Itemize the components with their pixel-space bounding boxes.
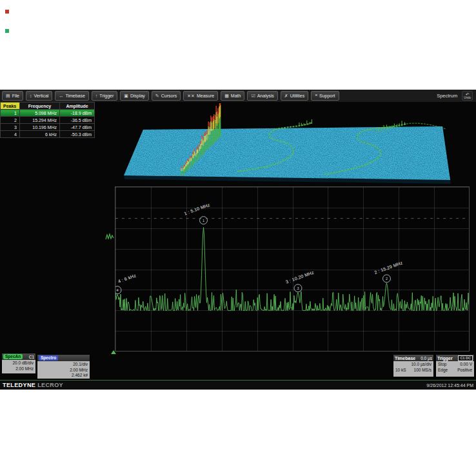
undo-button[interactable]: ↶ Undo [462, 91, 473, 101]
vertical-icon: ↕ [30, 92, 32, 100]
trigger-header: Trigger C1 DC [436, 355, 474, 361]
utilities-icon: ✗ [284, 92, 288, 100]
menu-button-math[interactable]: ▦Math [221, 91, 244, 101]
spectro-descriptor[interactable]: Spectro 20.1/div 2.00 MHz 2.462 k# [37, 354, 90, 379]
specan-channel: C1 [29, 355, 34, 359]
spectrum-trace: 11 : 5.10 MHz22 : 15.29 MHz33 : 10.20 MH… [115, 187, 469, 351]
peak-marker-number: 3 [297, 286, 299, 290]
specan-span: 2.00 MHz [4, 366, 34, 372]
menu-button-label: Measure [197, 92, 214, 100]
menu-items: ▤File↕Vertical↔Timebase↑Trigger▣Display✎… [0, 91, 339, 101]
trigger-icon: ↑ [95, 92, 98, 100]
red-mark [5, 10, 9, 14]
spectro-noise-texture [113, 103, 474, 186]
menu-button-display[interactable]: ▣Display [120, 91, 149, 101]
timebase-title: Timebase [395, 356, 415, 361]
trigger-title: Trigger [437, 356, 453, 361]
specan-scale: 20.0 dB/div [4, 361, 34, 366]
peak-marker-number: 2 [386, 277, 388, 281]
menu-bar: ▤File↕Vertical↔Timebase↑Trigger▣Display✎… [0, 90, 476, 102]
menu-button-measure[interactable]: ✕✕Measure [183, 91, 218, 101]
peaks-cell-frequency: 6 kHz [20, 131, 60, 138]
peaks-cell-num: 2 [1, 117, 20, 124]
menu-button-label: Math [231, 92, 241, 100]
timestamp: 9/26/2012 12:45:44 PM [426, 383, 476, 388]
menu-button-label: Cursors [161, 92, 177, 100]
peak-marker-2[interactable]: 2 [382, 275, 390, 283]
spectro-count: 2.462 k# [39, 373, 88, 379]
cursors-icon: ✎ [155, 92, 159, 100]
math-icon: ▦ [224, 92, 229, 100]
spectro-title: Spectro [39, 355, 58, 361]
peaks-cell-num: 4 [1, 131, 20, 138]
brand-teledyne: TELEDYNE [3, 382, 35, 388]
specan-descriptor[interactable]: SpecAn C1 20.0 dB/div 2.00 MHz [1, 353, 36, 374]
trigger-position-indicator [111, 350, 116, 354]
spectrogram-3d [113, 103, 474, 186]
peaks-header: Peaks [1, 103, 20, 110]
timebase-descriptor[interactable]: Timebase 0.0 µs 10.0 µs/div 10 kS 100 MS… [393, 354, 434, 377]
menu-button-label: Display [130, 92, 145, 100]
menu-button-label: Analysis [257, 92, 274, 100]
file-icon: ▤ [6, 92, 10, 100]
analysis-icon: ☑ [251, 92, 255, 100]
timebase-icon: ↔ [59, 92, 63, 100]
peaks-table-row-2[interactable]: 215.294 MHz-36.5 dBm [1, 117, 95, 124]
peaks-cell-amplitude: -50.3 dBm [60, 131, 95, 138]
peak-marker-number: 1 [203, 219, 204, 223]
peaks-cell-amplitude: -18.9 dBm [60, 110, 95, 117]
menu-button-label: Timebase [65, 92, 84, 100]
brand-logo: TELEDYNE LECROY [0, 382, 63, 388]
peak-marker-4[interactable]: 4 [115, 286, 121, 294]
trace-indicator [105, 232, 114, 241]
timebase-samples: 10 kS [395, 368, 406, 373]
spectrum-grid: 11 : 5.10 MHz22 : 15.29 MHz33 : 10.20 MH… [115, 186, 470, 352]
peaks-table-row-3[interactable]: 310.196 MHz-47.7 dBm [1, 124, 95, 131]
undo-label: Undo [464, 97, 471, 100]
specan-trace-line [115, 228, 469, 311]
menu-button-vertical[interactable]: ↕Vertical [26, 91, 52, 101]
timebase-scale: 10.0 µs/div [395, 362, 431, 368]
brand-lecroy: LECROY [37, 382, 63, 388]
menu-button-label: File [12, 92, 19, 100]
status-bar: TELEDYNE LECROY 9/26/2012 12:45:44 PM [0, 380, 476, 390]
peaks-table-row-1[interactable]: 15.098 MHz-18.9 dBm [1, 110, 95, 117]
peaks-cell-frequency: 5.098 MHz [20, 110, 60, 117]
peak-marker-3[interactable]: 3 [294, 284, 302, 292]
timebase-offset: 0.0 µs [421, 356, 432, 361]
menu-button-timebase[interactable]: ↔Timebase [55, 91, 88, 101]
peaks-table-row-4[interactable]: 46 kHz-50.3 dBm [1, 131, 95, 138]
peak-label-3: 3 : 10.20 MHz [285, 270, 315, 284]
spectro-header: Spectro [37, 355, 90, 361]
spectro-span: 2.00 MHz [39, 368, 88, 373]
peak-marker-number: 4 [116, 288, 118, 292]
menu-button-cursors[interactable]: ✎Cursors [152, 91, 181, 101]
peaks-cell-amplitude: -47.7 dBm [60, 124, 95, 131]
menu-button-label: Vertical [34, 92, 48, 100]
menu-button-label: Trigger [99, 92, 114, 100]
trigger-source-badge: C1 DC [458, 355, 473, 361]
peak-marker-1[interactable]: 1 [200, 217, 208, 224]
support-icon: ❝ [315, 92, 317, 100]
menu-button-support[interactable]: ❝Support [311, 91, 339, 101]
peaks-cell-num: 3 [1, 124, 20, 131]
menu-button-analysis[interactable]: ☑Analysis [247, 91, 277, 101]
spectro-scale: 20.1/div [39, 362, 88, 368]
menu-button-utilities[interactable]: ✗Utilities [281, 91, 308, 101]
trigger-type: Edge [438, 368, 448, 373]
specan-header: SpecAn C1 [2, 353, 35, 360]
page: ▤File↕Vertical↔Timebase↑Trigger▣Display✎… [0, 0, 476, 476]
specan-title: SpecAn [3, 354, 23, 359]
peaks-cell-amplitude: -36.5 dBm [60, 117, 95, 124]
mode-label: Spectrum [437, 93, 457, 99]
trigger-descriptor[interactable]: Trigger C1 DC Stop 0.00 V Edge Positive [435, 354, 475, 377]
menu-right: Spectrum ↶ Undo [437, 91, 476, 101]
amplitude-header: Amplitude [60, 103, 95, 110]
peaks-cell-frequency: 15.294 MHz [20, 117, 60, 124]
menu-button-file[interactable]: ▤File [2, 91, 23, 101]
peaks-cell-num: 1 [1, 110, 20, 117]
trigger-slope: Positive [457, 368, 472, 373]
menu-button-trigger[interactable]: ↑Trigger [92, 91, 117, 101]
menu-button-label: Support [319, 92, 335, 100]
oscilloscope-screen: ▤File↕Vertical↔Timebase↑Trigger▣Display✎… [0, 90, 476, 389]
